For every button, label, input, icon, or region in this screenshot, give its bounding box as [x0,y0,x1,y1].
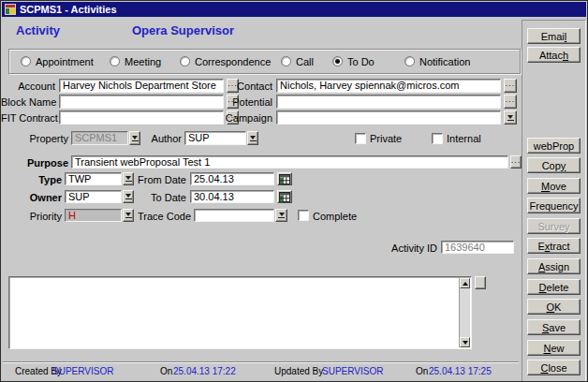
created-on-label: On [160,366,172,376]
radio-icon [404,56,415,66]
contact-label: Contact [220,80,272,94]
potential-lookup-button[interactable]: ... [504,95,517,109]
side-button-assign[interactable]: Assign [527,258,581,274]
side-button-frequency[interactable]: Frequency [527,198,581,213]
side-button-delete[interactable]: Delete [527,279,581,295]
dropdown-icon [250,136,257,141]
notes-scrollbar[interactable] [459,278,470,347]
author-label: Author [143,132,182,146]
owner-dropdown-button[interactable] [123,190,134,203]
property-field: SCPMS1 [71,131,128,145]
radio-icon [110,56,120,66]
radio-meeting[interactable]: Meeting [110,50,161,73]
purpose-label: Purpose [16,156,68,170]
ellipsis-icon: ... [506,81,516,90]
created-on-value: 25.04.13 17:22 [173,366,236,376]
side-button-extract[interactable]: Extract [527,238,581,254]
property-label: Property [16,132,68,146]
side-button-save[interactable]: Save [527,319,581,335]
side-button-move[interactable]: Move [527,178,581,194]
activity-type-group: AppointmentMeetingCorrespondenceCallTo D… [8,49,521,74]
trace-code-field[interactable] [194,209,274,222]
radio-to-do[interactable]: To Do [332,50,375,73]
internal-label: Internal [447,132,493,146]
private-label: Private [370,132,417,146]
purpose-lookup-button[interactable]: ... [510,155,522,169]
dropdown-icon [278,213,285,218]
campaign-dropdown-button[interactable] [504,110,517,125]
dropdown-icon [125,213,132,218]
private-checkbox[interactable] [355,133,366,144]
updated-by-label: Updated By [274,366,323,376]
side-button-ok[interactable]: OK [527,299,581,315]
radio-appointment[interactable]: Appointment [21,50,94,73]
side-button-copy[interactable]: Copy [527,157,581,173]
side-button-new[interactable]: New [527,340,581,356]
title-bar[interactable]: SCPMS1 - Activities [2,2,586,17]
radio-label: Appointment [36,56,94,67]
scroll-down-button[interactable] [460,337,470,347]
dropdown-icon [125,176,132,182]
notes-side-button[interactable] [475,276,486,289]
to-date-label: To Date [138,191,186,205]
contact-field[interactable]: Nichols, Harvey spiennak@micros.com [276,79,501,93]
updated-on-value: 25.04.13 17:25 [429,366,492,376]
from-date-calendar-button[interactable] [277,172,292,185]
account-field[interactable]: Harvey Nichols Department Store [59,79,224,93]
scroll-up-button[interactable] [460,278,470,288]
updated-by-value: SUPERVISOR [322,366,383,376]
radio-notification[interactable]: Notification [404,50,470,73]
activity-id-label: Activity ID [381,242,437,256]
dropdown-icon [132,136,139,141]
fit-contract-field[interactable] [59,110,224,125]
block-name-field[interactable] [59,95,224,109]
side-button-survey: Survey [527,218,581,234]
priority-field[interactable]: H [65,209,122,222]
arrow-up-icon [463,282,468,286]
contact-lookup-button[interactable]: ... [504,79,517,93]
trace-code-dropdown-button[interactable] [275,209,287,222]
arrow-down-icon [463,341,468,345]
ellipsis-icon: ... [511,158,522,167]
radio-icon [21,56,31,66]
app-icon [5,4,16,15]
owner-label: Owner [16,191,62,205]
potential-label: Potential [220,96,272,110]
property-dropdown-button [129,131,140,145]
dropdown-icon [125,194,132,199]
priority-dropdown-button[interactable] [123,209,134,222]
radio-correspondence[interactable]: Correspondence [180,50,271,73]
owner-field[interactable]: SUP [65,190,122,203]
internal-checkbox[interactable] [432,133,443,144]
activity-id-field: 1639640 [441,241,514,254]
purpose-field[interactable]: Transient webProposal Test 1 [71,155,508,169]
updated-on-label: On [416,366,428,376]
type-dropdown-button[interactable] [123,172,134,185]
from-date-field[interactable]: 25.04.13 [190,172,274,185]
notes-textarea[interactable] [8,276,472,349]
complete-checkbox[interactable] [298,210,309,221]
dropdown-icon [507,115,514,121]
radio-icon [180,56,190,66]
complete-label: Complete [313,210,369,224]
side-button-webprop[interactable]: webProp [527,138,581,154]
type-label: Type [16,173,62,187]
campaign-label: Campaign [220,111,272,125]
campaign-field[interactable] [276,110,501,125]
radio-label: Meeting [125,56,161,67]
block-name-label: Block Name [1,96,55,110]
to-date-calendar-button[interactable] [277,190,292,203]
user-title: Opera Supervisor [132,23,234,37]
footer-divider [3,361,519,363]
author-field[interactable]: SUP [184,131,246,145]
author-dropdown-button[interactable] [247,131,258,145]
type-field[interactable]: TWP [65,172,122,185]
side-button-close[interactable]: Close [527,360,581,375]
radio-label: To Do [347,56,375,67]
side-button-email[interactable]: Email [527,28,581,44]
to-date-field[interactable]: 30.04.13 [190,190,274,203]
calendar-icon [279,174,290,184]
radio-call[interactable]: Call [281,50,314,73]
side-button-attach[interactable]: Attach [527,47,581,63]
potential-field[interactable] [276,95,501,109]
